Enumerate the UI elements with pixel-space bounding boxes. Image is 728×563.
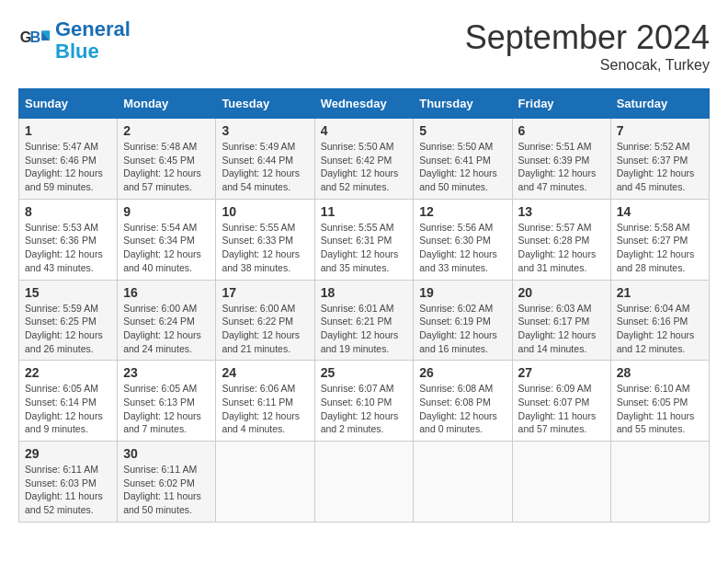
day-info: Sunrise: 6:04 AMSunset: 6:16 PMDaylight:… — [617, 302, 703, 356]
day-info: Sunrise: 5:49 AMSunset: 6:44 PMDaylight:… — [222, 140, 308, 194]
day-info: Sunrise: 5:54 AMSunset: 6:34 PMDaylight:… — [123, 221, 210, 275]
calendar-cell: 23Sunrise: 6:05 AMSunset: 6:13 PMDayligh… — [118, 361, 216, 442]
day-number: 3 — [222, 123, 308, 138]
day-info: Sunrise: 6:10 AMSunset: 6:05 PMDaylight:… — [617, 382, 703, 436]
day-info: Sunrise: 6:08 AMSunset: 6:08 PMDaylight:… — [419, 382, 506, 436]
day-info: Sunrise: 6:00 AMSunset: 6:24 PMDaylight:… — [123, 302, 210, 356]
calendar-cell: 22Sunrise: 6:05 AMSunset: 6:14 PMDayligh… — [19, 361, 118, 442]
day-info: Sunrise: 5:56 AMSunset: 6:30 PMDaylight:… — [419, 221, 506, 275]
calendar-week-5: 29Sunrise: 6:11 AMSunset: 6:03 PMDayligh… — [19, 442, 710, 523]
day-number: 2 — [123, 123, 210, 138]
calendar-cell: 9Sunrise: 5:54 AMSunset: 6:34 PMDaylight… — [118, 199, 216, 280]
title-block: September 2024 Senocak, Turkey — [465, 18, 710, 74]
day-number: 10 — [222, 204, 308, 219]
header-day-monday: Monday — [118, 89, 216, 119]
day-number: 17 — [222, 285, 308, 300]
header-day-saturday: Saturday — [610, 89, 709, 119]
calendar-cell: 20Sunrise: 6:03 AMSunset: 6:17 PMDayligh… — [512, 280, 610, 361]
day-number: 4 — [321, 123, 408, 138]
day-number: 15 — [25, 285, 111, 300]
header-day-wednesday: Wednesday — [314, 89, 414, 119]
day-info: Sunrise: 6:03 AMSunset: 6:17 PMDaylight:… — [518, 302, 605, 356]
calendar-week-4: 22Sunrise: 6:05 AMSunset: 6:14 PMDayligh… — [19, 361, 710, 442]
logo: G B General Blue — [18, 18, 131, 63]
header-day-thursday: Thursday — [414, 89, 512, 119]
header-day-tuesday: Tuesday — [216, 89, 314, 119]
day-info: Sunrise: 5:55 AMSunset: 6:33 PMDaylight:… — [222, 221, 308, 275]
calendar-cell: 4Sunrise: 5:50 AMSunset: 6:42 PMDaylight… — [314, 119, 414, 200]
calendar-table: SundayMondayTuesdayWednesdayThursdayFrid… — [18, 88, 710, 523]
calendar-cell: 24Sunrise: 6:06 AMSunset: 6:11 PMDayligh… — [216, 361, 314, 442]
calendar-cell: 26Sunrise: 6:08 AMSunset: 6:08 PMDayligh… — [414, 361, 512, 442]
calendar-cell: 29Sunrise: 6:11 AMSunset: 6:03 PMDayligh… — [19, 442, 118, 523]
day-info: Sunrise: 6:09 AMSunset: 6:07 PMDaylight:… — [518, 382, 605, 436]
day-info: Sunrise: 5:47 AMSunset: 6:46 PMDaylight:… — [25, 140, 111, 194]
calendar-week-3: 15Sunrise: 5:59 AMSunset: 6:25 PMDayligh… — [19, 280, 710, 361]
calendar-week-2: 8Sunrise: 5:53 AMSunset: 6:36 PMDaylight… — [19, 199, 710, 280]
day-number: 20 — [518, 285, 605, 300]
calendar-cell: 17Sunrise: 6:00 AMSunset: 6:22 PMDayligh… — [216, 280, 314, 361]
day-number: 21 — [617, 285, 703, 300]
day-info: Sunrise: 5:48 AMSunset: 6:45 PMDaylight:… — [123, 140, 210, 194]
day-info: Sunrise: 6:11 AMSunset: 6:03 PMDaylight:… — [25, 463, 111, 517]
day-number: 26 — [419, 365, 506, 380]
day-number: 29 — [25, 446, 111, 461]
header-day-friday: Friday — [512, 89, 610, 119]
day-info: Sunrise: 5:57 AMSunset: 6:28 PMDaylight:… — [518, 221, 605, 275]
day-info: Sunrise: 6:06 AMSunset: 6:11 PMDaylight:… — [222, 382, 308, 436]
calendar-cell: 13Sunrise: 5:57 AMSunset: 6:28 PMDayligh… — [512, 199, 610, 280]
calendar-cell: 16Sunrise: 6:00 AMSunset: 6:24 PMDayligh… — [118, 280, 216, 361]
day-number: 22 — [25, 365, 111, 380]
day-info: Sunrise: 6:07 AMSunset: 6:10 PMDaylight:… — [321, 382, 408, 436]
calendar-cell: 8Sunrise: 5:53 AMSunset: 6:36 PMDaylight… — [19, 199, 118, 280]
day-info: Sunrise: 5:53 AMSunset: 6:36 PMDaylight:… — [25, 221, 111, 275]
calendar-cell: 25Sunrise: 6:07 AMSunset: 6:10 PMDayligh… — [314, 361, 414, 442]
calendar-cell: 5Sunrise: 5:50 AMSunset: 6:41 PMDaylight… — [414, 119, 512, 200]
calendar-cell — [314, 442, 414, 523]
calendar-cell: 3Sunrise: 5:49 AMSunset: 6:44 PMDaylight… — [216, 119, 314, 200]
header-row: SundayMondayTuesdayWednesdayThursdayFrid… — [19, 89, 710, 119]
page-header: G B General Blue September 2024 Senocak,… — [18, 18, 710, 74]
day-number: 16 — [123, 285, 210, 300]
calendar-cell: 27Sunrise: 6:09 AMSunset: 6:07 PMDayligh… — [512, 361, 610, 442]
day-info: Sunrise: 6:01 AMSunset: 6:21 PMDaylight:… — [321, 302, 408, 356]
calendar-cell: 1Sunrise: 5:47 AMSunset: 6:46 PMDaylight… — [19, 119, 118, 200]
calendar-cell: 12Sunrise: 5:56 AMSunset: 6:30 PMDayligh… — [414, 199, 512, 280]
day-number: 6 — [518, 123, 605, 138]
month-title: September 2024 — [465, 18, 710, 57]
svg-text:B: B — [30, 29, 41, 45]
day-info: Sunrise: 5:58 AMSunset: 6:27 PMDaylight:… — [617, 221, 703, 275]
calendar-cell: 7Sunrise: 5:52 AMSunset: 6:37 PMDaylight… — [610, 119, 709, 200]
calendar-cell: 21Sunrise: 6:04 AMSunset: 6:16 PMDayligh… — [610, 280, 709, 361]
day-number: 14 — [617, 204, 703, 219]
calendar-cell: 28Sunrise: 6:10 AMSunset: 6:05 PMDayligh… — [610, 361, 709, 442]
calendar-cell: 10Sunrise: 5:55 AMSunset: 6:33 PMDayligh… — [216, 199, 314, 280]
day-info: Sunrise: 5:50 AMSunset: 6:42 PMDaylight:… — [321, 140, 408, 194]
logo-icon: G B — [18, 24, 51, 57]
calendar-cell — [414, 442, 512, 523]
calendar-cell: 30Sunrise: 6:11 AMSunset: 6:02 PMDayligh… — [118, 442, 216, 523]
day-number: 11 — [321, 204, 408, 219]
day-number: 12 — [419, 204, 506, 219]
calendar-cell — [216, 442, 314, 523]
calendar-cell: 19Sunrise: 6:02 AMSunset: 6:19 PMDayligh… — [414, 280, 512, 361]
day-info: Sunrise: 6:02 AMSunset: 6:19 PMDaylight:… — [419, 302, 506, 356]
calendar-cell: 11Sunrise: 5:55 AMSunset: 6:31 PMDayligh… — [314, 199, 414, 280]
day-number: 27 — [518, 365, 605, 380]
calendar-cell: 18Sunrise: 6:01 AMSunset: 6:21 PMDayligh… — [314, 280, 414, 361]
day-number: 30 — [123, 446, 210, 461]
day-number: 9 — [123, 204, 210, 219]
day-number: 18 — [321, 285, 408, 300]
day-info: Sunrise: 6:05 AMSunset: 6:14 PMDaylight:… — [25, 382, 111, 436]
day-info: Sunrise: 6:00 AMSunset: 6:22 PMDaylight:… — [222, 302, 308, 356]
calendar-week-1: 1Sunrise: 5:47 AMSunset: 6:46 PMDaylight… — [19, 119, 710, 200]
day-number: 1 — [25, 123, 111, 138]
logo-text: General Blue — [55, 18, 131, 63]
day-info: Sunrise: 5:55 AMSunset: 6:31 PMDaylight:… — [321, 221, 408, 275]
calendar-cell: 15Sunrise: 5:59 AMSunset: 6:25 PMDayligh… — [19, 280, 118, 361]
calendar-cell — [512, 442, 610, 523]
day-number: 19 — [419, 285, 506, 300]
day-number: 23 — [123, 365, 210, 380]
location-subtitle: Senocak, Turkey — [465, 57, 710, 74]
calendar-cell: 6Sunrise: 5:51 AMSunset: 6:39 PMDaylight… — [512, 119, 610, 200]
